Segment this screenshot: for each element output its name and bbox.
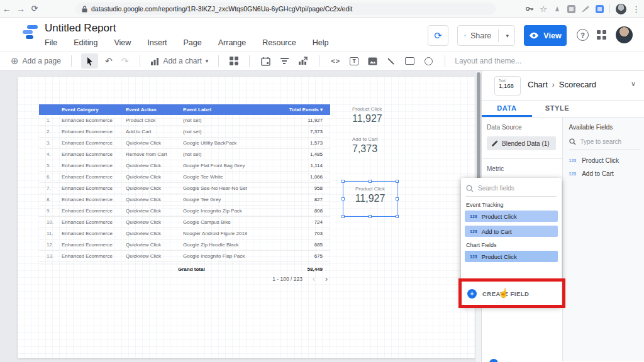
- resize-handle[interactable]: [396, 215, 399, 218]
- table-cell: Quickview Click: [121, 183, 178, 194]
- table-cell: Google Utility BackPack: [178, 138, 274, 148]
- menu-page[interactable]: Page: [184, 38, 202, 47]
- password-key-icon[interactable]: [525, 4, 534, 13]
- data-source-chip[interactable]: Blended Data (1): [487, 136, 556, 150]
- table-cell: (not set): [178, 126, 274, 137]
- table-row: 2.Enhanced EcommerceAdd to Cart(not set)…: [39, 126, 330, 138]
- text-box-icon[interactable]: T: [350, 57, 358, 65]
- add-filter-button[interactable]: + ADD A FILTER: [489, 359, 547, 362]
- scorecard-add-to-cart[interactable]: Add to Cart 7,373: [352, 136, 377, 155]
- line-tool-icon[interactable]: [387, 57, 395, 65]
- available-fields-search[interactable]: [569, 138, 640, 150]
- circle-tool-icon[interactable]: [425, 57, 433, 65]
- add-page-button[interactable]: ⊕ Add a page: [11, 55, 61, 67]
- prev-page-icon[interactable]: ‹: [313, 275, 315, 283]
- rectangle-tool-icon[interactable]: [405, 57, 414, 65]
- menu-arrange[interactable]: Arrange: [218, 38, 246, 47]
- browser-profile-avatar[interactable]: [616, 4, 626, 14]
- column-header[interactable]: Event Action: [121, 104, 178, 115]
- browser-forward-icon[interactable]: →: [14, 4, 28, 14]
- extension-drive-icon[interactable]: [553, 5, 562, 13]
- scorecard-selected[interactable]: Product Click 11,927: [343, 181, 397, 217]
- share-dropdown-icon[interactable]: ▾: [502, 33, 512, 39]
- divider: [140, 55, 140, 67]
- numeric-type-icon: 123: [470, 229, 477, 234]
- column-header[interactable]: Total Events ▾: [274, 104, 330, 115]
- scorecard-product-click[interactable]: Product Click 11,927: [352, 106, 382, 124]
- column-header[interactable]: Event Label: [178, 104, 274, 115]
- report-title[interactable]: Untitled Report: [45, 22, 116, 35]
- panel-tabs: DATA STYLE: [482, 101, 644, 118]
- field-name: Product Click: [582, 157, 619, 164]
- undo-button[interactable]: ↶: [105, 56, 113, 66]
- view-button[interactable]: View: [524, 25, 567, 46]
- browser-menu-dots-icon[interactable]: ⋮: [632, 4, 640, 14]
- table-row: 11.Enhanced EcommerceQuickview ClickNoog…: [39, 228, 330, 239]
- menu-help[interactable]: Help: [313, 38, 329, 47]
- divider: [218, 55, 219, 67]
- datastudio-logo-icon[interactable]: [23, 25, 39, 40]
- chevron-down-icon[interactable]: ∨: [631, 80, 636, 88]
- field-picker-search-input[interactable]: [478, 185, 547, 192]
- date-range-icon[interactable]: [261, 57, 270, 66]
- resize-handle[interactable]: [369, 215, 372, 218]
- tab-data[interactable]: DATA: [482, 101, 532, 117]
- layout-theme-button[interactable]: Layout and theme...: [455, 57, 521, 65]
- chart-type-breadcrumb[interactable]: Chart › Scorecard: [528, 80, 596, 89]
- resize-handle[interactable]: [341, 197, 345, 200]
- browser-refresh-icon[interactable]: ⟳: [28, 4, 42, 13]
- share-button[interactable]: Share ▾: [457, 25, 515, 46]
- data-control-icon[interactable]: [298, 57, 308, 65]
- resize-handle[interactable]: [396, 197, 399, 200]
- community-viz-icon[interactable]: [229, 56, 239, 66]
- resize-handle[interactable]: [341, 215, 345, 218]
- apps-grid-icon[interactable]: [597, 30, 606, 40]
- help-button[interactable]: ?: [577, 29, 589, 41]
- table-cell: Google Zip Hoodie Black: [178, 239, 274, 250]
- field-picker-search[interactable]: [466, 180, 557, 197]
- menu-view[interactable]: View: [114, 38, 131, 47]
- filter-control-icon[interactable]: [280, 58, 289, 64]
- column-header[interactable]: Event Category: [57, 104, 121, 115]
- tab-style[interactable]: STYLE: [532, 101, 582, 117]
- available-fields-search-input[interactable]: [580, 138, 635, 145]
- menu-editing[interactable]: Editing: [74, 38, 97, 47]
- table-cell: Quickview Click: [121, 206, 178, 216]
- account-avatar[interactable]: [616, 26, 633, 43]
- pencil-icon[interactable]: [491, 140, 498, 147]
- table-cell: Enhanced Ecommerce: [57, 194, 121, 205]
- divider: [445, 55, 445, 67]
- menu-file[interactable]: File: [45, 38, 57, 47]
- table-chart[interactable]: Event CategoryEvent ActionEvent LabelTot…: [39, 104, 330, 284]
- breadcrumb-chart: Chart: [528, 80, 548, 89]
- resize-handle[interactable]: [396, 180, 399, 183]
- table-cell: Enhanced Ecommerce: [57, 115, 121, 126]
- select-tool-button[interactable]: [81, 53, 98, 69]
- extension-pen-icon[interactable]: [581, 5, 590, 13]
- table-cell: 11.: [39, 228, 57, 239]
- refresh-data-button[interactable]: ⟳: [428, 25, 448, 46]
- bookmark-star-icon[interactable]: ☆: [540, 4, 547, 14]
- address-bar[interactable]: datastudio.google.com/reporting/1R-3lKZJ…: [75, 3, 496, 15]
- resize-handle[interactable]: [369, 180, 372, 183]
- metric-field-chip[interactable]: 123Add to Cart: [465, 226, 558, 237]
- menu-insert[interactable]: Insert: [147, 38, 167, 47]
- image-icon[interactable]: [368, 57, 377, 65]
- resize-handle[interactable]: [341, 180, 345, 183]
- add-chart-button[interactable]: Add a chart ▾: [150, 57, 208, 65]
- extension-reader-icon[interactable]: [596, 5, 604, 13]
- metric-field-chip[interactable]: 123Product Click: [465, 211, 558, 222]
- metric-field-chip[interactable]: 123Product Click: [465, 251, 558, 262]
- report-canvas[interactable]: Event CategoryEvent ActionEvent LabelTot…: [18, 77, 475, 358]
- table-cell: 2.: [39, 126, 57, 137]
- next-page-icon[interactable]: ›: [325, 275, 328, 283]
- available-field-item[interactable]: 123Add to Cart: [569, 170, 644, 177]
- browser-back-icon[interactable]: ←: [0, 4, 14, 14]
- scrollbar-thumb[interactable]: [477, 72, 480, 179]
- add-page-label: Add a page: [23, 57, 61, 65]
- redo-button[interactable]: ↷: [121, 56, 129, 66]
- available-field-item[interactable]: 123Product Click: [569, 157, 644, 164]
- menu-resource[interactable]: Resource: [262, 38, 296, 47]
- embed-url-icon[interactable]: <>: [331, 57, 340, 65]
- extension-icon[interactable]: [567, 5, 575, 13]
